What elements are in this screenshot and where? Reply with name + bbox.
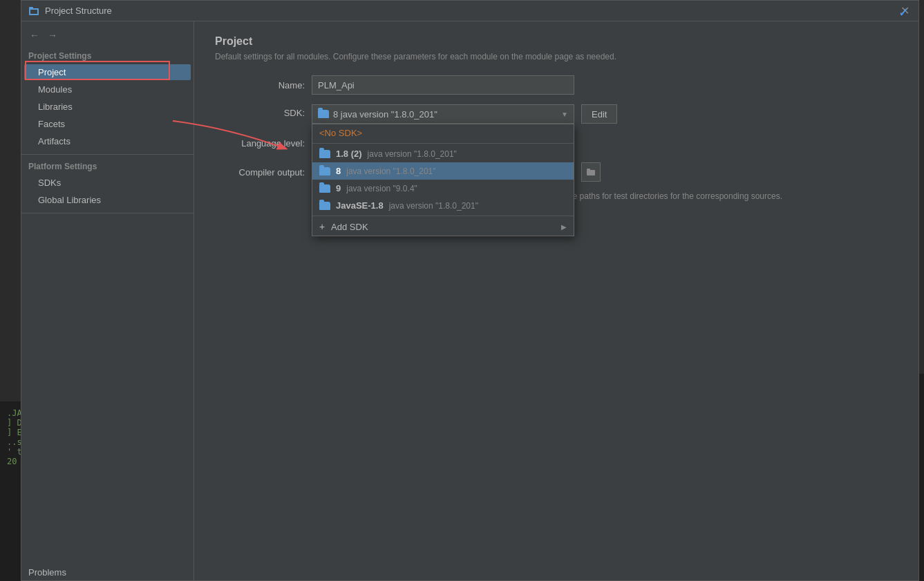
dropdown-divider-1: [312, 143, 574, 144]
folder-browse-icon: [586, 167, 596, 177]
project-icon: [28, 6, 39, 17]
folder-icon: [318, 110, 329, 118]
svg-rect-2: [30, 10, 37, 14]
apply-check-icon[interactable]: ✓: [898, 5, 909, 20]
add-sdk-label: Add SDK: [331, 222, 368, 232]
sdk-name-8: 8: [336, 166, 341, 176]
sdk-dropdown-popup: <No SDK> 1.8 (2) java version "1.8.0_201…: [312, 124, 574, 236]
sdk-label: SDK:: [215, 108, 305, 118]
sdk-name-1-8-2: 1.8 (2): [336, 149, 362, 159]
svg-rect-1: [29, 7, 33, 9]
name-label: Name:: [215, 80, 305, 91]
sdk-edit-button[interactable]: Edit: [581, 104, 617, 124]
nav-forward-button[interactable]: →: [45, 28, 60, 43]
sdk-folder-icon-javase: [319, 202, 330, 210]
dialog-title-left: Project Structure: [28, 6, 112, 17]
sdk-name-javase: JavaSE-1.8: [336, 200, 384, 211]
sdk-folder-icon-9: [319, 184, 330, 193]
dropdown-divider-2: [312, 216, 574, 216]
name-input[interactable]: [312, 75, 574, 95]
sdk-chevron-down-icon: ▼: [561, 111, 568, 118]
sdk-dropdown-inner: 8 java version "1.8.0_201": [318, 109, 437, 120]
add-sdk-chevron-right-icon: ▶: [561, 223, 567, 231]
sdk-selected-text: 8 java version "1.8.0_201": [333, 109, 437, 120]
sdk-option-9[interactable]: 9 java version "9.0.4": [312, 180, 574, 197]
dialog-title-text: Project Structure: [45, 6, 112, 16]
sidebar-item-facets[interactable]: Facets: [24, 116, 191, 132]
section-title: Project: [215, 35, 898, 48]
sidebar-item-global-libraries[interactable]: Global Libraries: [24, 192, 191, 208]
dialog-titlebar: Project Structure ✕: [21, 1, 918, 21]
sdk-option-javase-1-8[interactable]: JavaSE-1.8 java version "1.8.0_201": [312, 197, 574, 214]
sdk-option-1-8-2[interactable]: 1.8 (2) java version "1.8.0_201": [312, 145, 574, 162]
sidebar-divider-2: [21, 213, 194, 213]
sidebar-divider: [21, 154, 194, 155]
sdk-version-8: java version "1.8.0_201": [346, 166, 435, 176]
sidebar-item-artifacts[interactable]: Artifacts: [24, 133, 191, 149]
sdk-row: SDK: 8 java version "1.8.0_201" ▼ <No: [215, 104, 898, 124]
sidebar-item-libraries[interactable]: Libraries: [24, 99, 191, 115]
sidebar-item-project[interactable]: Project: [24, 64, 191, 80]
sdk-option-no-sdk[interactable]: <No SDK>: [312, 124, 574, 142]
sidebar-item-problems[interactable]: Problems: [21, 564, 194, 580]
sdk-dropdown-container: 8 java version "1.8.0_201" ▼ <No SDK>: [312, 104, 574, 124]
main-content: Project Default settings for all modules…: [194, 21, 918, 580]
add-sdk-item[interactable]: + Add SDK ▶: [312, 218, 574, 236]
sidebar-item-modules[interactable]: Modules: [24, 82, 191, 97]
sdk-dropdown-button[interactable]: 8 java version "1.8.0_201" ▼: [312, 104, 574, 124]
compiler-output-label: Compiler output:: [215, 167, 305, 178]
no-sdk-label: <No SDK>: [319, 128, 362, 138]
project-settings-header: Project Settings: [21, 48, 194, 64]
sidebar-item-sdks[interactable]: SDKs: [24, 175, 191, 191]
sdk-name-9: 9: [336, 183, 341, 193]
platform-settings-header: Platform Settings: [21, 159, 194, 174]
browse-button[interactable]: [581, 162, 601, 182]
language-level-label: Language level:: [215, 138, 305, 149]
sdk-version-javase: java version "1.8.0_201": [389, 201, 478, 211]
add-sdk-plus-icon: +: [319, 221, 325, 232]
svg-rect-4: [587, 169, 590, 171]
sdk-folder-icon-1: [319, 150, 330, 158]
sidebar: ← → Project Settings Project Modules Lib…: [21, 21, 194, 580]
svg-rect-3: [587, 170, 595, 175]
section-description: Default settings for all modules. Config…: [215, 52, 898, 61]
project-structure-dialog: Project Structure ✕ ✓ ← → Project Settin…: [21, 0, 919, 581]
name-row: Name:: [215, 75, 898, 95]
dialog-body: ← → Project Settings Project Modules Lib…: [21, 21, 918, 580]
sidebar-nav-row: ← →: [21, 25, 194, 46]
sdk-option-8[interactable]: 8 java version "1.8.0_201": [312, 162, 574, 180]
sdk-version-1-8-2: java version "1.8.0_201": [368, 149, 457, 159]
sdk-folder-icon-8: [319, 167, 330, 175]
nav-back-button[interactable]: ←: [27, 28, 42, 43]
sdk-version-9: java version "9.0.4": [346, 184, 417, 193]
